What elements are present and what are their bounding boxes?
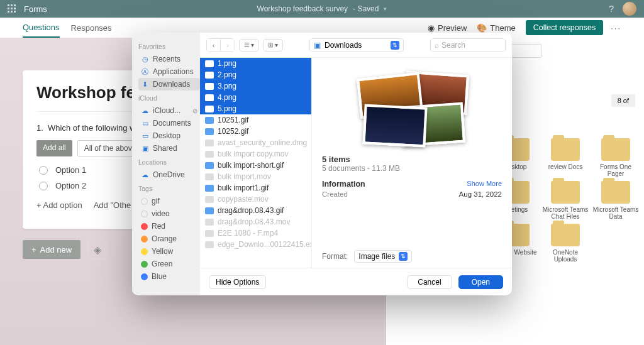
open-button[interactable]: Open xyxy=(458,275,503,289)
sidebar-section-tags: Tags xyxy=(138,185,200,192)
collect-responses-button[interactable]: Collect responses xyxy=(526,20,603,35)
tag-color-icon xyxy=(141,211,148,217)
file-row[interactable]: E2E 1080 - F.mp4 xyxy=(200,227,311,239)
sidebar-section-favorites: Favorites xyxy=(138,43,200,50)
file-row[interactable]: drag&drop.08.43.gif xyxy=(200,205,311,216)
app-launcher-icon[interactable] xyxy=(8,4,16,13)
file-icon xyxy=(205,196,214,203)
folder-item[interactable]: Forms One Pager xyxy=(591,138,640,177)
add-new-button[interactable]: + Add new xyxy=(23,240,80,259)
back-button[interactable]: ‹ xyxy=(207,39,221,52)
sidebar-tag[interactable]: Yellow xyxy=(138,245,200,258)
tag-color-icon xyxy=(141,236,148,243)
file-row[interactable]: avast_security_online.dmg xyxy=(200,137,311,148)
add-all-pill[interactable]: Add all xyxy=(36,140,72,156)
preview-button[interactable]: ◉Preview xyxy=(428,23,467,33)
file-icon xyxy=(205,83,214,90)
file-row[interactable]: 2.png xyxy=(200,69,311,80)
add-other-link[interactable]: Add "Othe xyxy=(94,200,131,210)
nav-buttons: ‹ › xyxy=(206,38,235,52)
app-header: Forms Workshop feedback survey - Saved ▾… xyxy=(0,0,644,18)
sidebar-tag[interactable]: Red xyxy=(138,220,200,233)
file-row[interactable]: bulk import copy.mov xyxy=(200,148,311,160)
sidebar-tag[interactable]: Green xyxy=(138,258,200,270)
finder-sidebar: Favorites ◷Recents ⒶApplications ⬇Downlo… xyxy=(132,33,200,295)
sidebar-item-recents[interactable]: ◷Recents xyxy=(138,53,200,65)
tab-responses[interactable]: Responses xyxy=(71,18,112,38)
folder-icon xyxy=(601,138,630,161)
doc-title[interactable]: Workshop feedback survey xyxy=(257,4,348,13)
sidebar-tag[interactable]: gif xyxy=(138,195,200,207)
radio-icon xyxy=(39,166,48,175)
folder-item[interactable]: review Docs xyxy=(541,138,590,177)
sidebar-item-desktop[interactable]: ▭Desktop xyxy=(138,129,200,142)
avatar[interactable] xyxy=(623,2,636,16)
forward-button[interactable]: › xyxy=(221,39,235,52)
folder-item[interactable]: Microsoft Teams Data xyxy=(591,181,640,220)
sidebar-item-applications[interactable]: ⒶApplications xyxy=(138,65,200,78)
folder-item[interactable]: OneNote Uploads xyxy=(541,224,590,263)
cloud-icon: ☁ xyxy=(141,171,149,179)
sidebar-item-icloud[interactable]: ☁iCloud...⊘ xyxy=(138,104,200,117)
view-columns-button[interactable]: ☰ ▾ xyxy=(239,39,259,52)
tag-color-icon xyxy=(141,248,148,255)
finder-search[interactable]: ⌕ Search xyxy=(430,38,506,52)
file-row[interactable]: 10252.gif xyxy=(200,126,311,137)
item-count: 5 items xyxy=(322,155,502,164)
folder-icon xyxy=(551,224,580,246)
hide-options-button[interactable]: Hide Options xyxy=(209,275,266,289)
preview-thumbnail xyxy=(352,70,472,146)
sidebar-tag[interactable]: Orange xyxy=(138,233,200,245)
sidebar-item-onedrive[interactable]: ☁OneDrive xyxy=(138,168,200,181)
folder-icon: ▣ xyxy=(314,41,321,50)
more-menu[interactable]: ··· xyxy=(611,23,621,33)
desktop-icon: ▭ xyxy=(141,132,149,140)
sidebar-tag[interactable]: Blue xyxy=(138,270,200,283)
sidebar-item-downloads[interactable]: ⬇Downloads xyxy=(138,78,200,90)
item-size: 5 documents - 11.3 MB xyxy=(322,164,502,173)
add-section-button[interactable]: ◈ xyxy=(88,240,107,259)
tag-color-icon xyxy=(141,223,148,230)
picker-counter[interactable]: 8 of xyxy=(611,94,635,107)
file-row[interactable]: edge_Downlo...00122415.exe xyxy=(200,239,311,250)
search-icon: ⌕ xyxy=(435,41,439,50)
file-icon xyxy=(205,106,214,112)
folder-item[interactable]: Microsoft Teams Chat Files xyxy=(541,181,590,220)
show-more-link[interactable]: Show More xyxy=(467,180,502,189)
tab-questions[interactable]: Questions xyxy=(23,18,60,38)
file-icon xyxy=(205,173,214,180)
sidebar-tag[interactable]: video xyxy=(138,207,200,220)
file-icon xyxy=(205,117,214,124)
add-option-link[interactable]: + Add option xyxy=(36,200,82,210)
file-row[interactable]: drag&drop.08.43.mov xyxy=(200,216,311,227)
file-row[interactable]: bulk import-short.gif xyxy=(200,160,311,171)
help-icon[interactable]: ? xyxy=(609,4,614,14)
file-row[interactable]: copypaste.mov xyxy=(200,194,311,205)
created-label: Created xyxy=(322,190,348,198)
theme-button[interactable]: 🎨Theme xyxy=(477,23,515,33)
app-title: Forms xyxy=(24,4,47,14)
chevron-down-icon[interactable]: ▾ xyxy=(384,6,387,12)
file-icon xyxy=(205,207,214,214)
file-row[interactable]: bulk import1.gif xyxy=(200,182,311,194)
file-row[interactable]: 10251.gif xyxy=(200,114,311,126)
sidebar-item-documents[interactable]: ▭Documents xyxy=(138,117,200,129)
eye-icon: ◉ xyxy=(428,23,435,33)
file-list[interactable]: 1.png2.png3.png4.png5.png10251.gif10252.… xyxy=(200,58,312,268)
document-title-area: Workshop feedback survey - Saved ▾ xyxy=(257,4,387,13)
file-icon xyxy=(205,94,214,101)
file-row[interactable]: bulk import.mov xyxy=(200,171,311,182)
sidebar-item-shared[interactable]: ▣Shared xyxy=(138,142,200,155)
finder-toolbar: ‹ › ☰ ▾ ⊞ ▾ ▣ Downloads ⇅ ⌕ Search xyxy=(200,33,512,58)
file-row[interactable]: 1.png xyxy=(200,58,311,69)
file-row[interactable]: 3.png xyxy=(200,80,311,92)
view-group-button[interactable]: ⊞ ▾ xyxy=(263,39,283,52)
location-dropdown[interactable]: ▣ Downloads ⇅ xyxy=(309,38,404,52)
tag-color-icon xyxy=(141,198,148,205)
cancel-button[interactable]: Cancel xyxy=(407,275,452,289)
file-row[interactable]: 4.png xyxy=(200,92,311,103)
format-select[interactable]: Image files ⇅ xyxy=(354,250,412,263)
tag-color-icon xyxy=(141,273,148,280)
file-icon xyxy=(205,241,214,248)
file-row[interactable]: 5.png xyxy=(200,103,311,114)
